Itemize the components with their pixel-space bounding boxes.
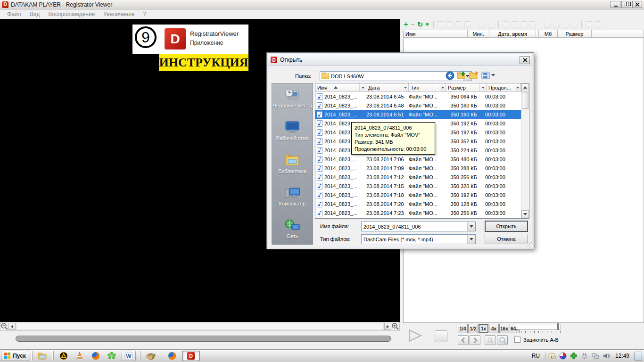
file-row[interactable]: 2014_0823_... 23.08.2014 7:23 Файл "МО..… (315, 208, 521, 217)
sidebar-item-network[interactable]: Сеть (272, 219, 313, 239)
paint-icon[interactable] (146, 351, 156, 361)
speed-button[interactable]: 4x (489, 324, 499, 333)
step-forward-button[interactable] (470, 335, 480, 345)
cancel-button[interactable]: Отмена (485, 234, 528, 244)
speed-button[interactable]: 1/4 (458, 324, 468, 333)
column-header-date[interactable]: Дата (366, 83, 402, 92)
resize-grip[interactable] (527, 242, 533, 248)
explorer-icon[interactable] (37, 351, 48, 361)
sidebar-item-libraries[interactable]: Библиотеки (272, 154, 313, 174)
restore-button[interactable] (621, 1, 631, 8)
column-size[interactable]: Размер (558, 30, 592, 38)
open-button[interactable]: Открыть (485, 221, 528, 232)
menu-file[interactable]: Файл (3, 10, 25, 18)
start-button[interactable]: Пуск (1, 351, 29, 361)
firefox-icon[interactable] (167, 351, 177, 361)
scroll-track[interactable] (16, 323, 384, 330)
views-button[interactable] (481, 71, 490, 80)
file-row[interactable]: 2014_0823_... 23.08.2014 7:06 Файл "МО..… (315, 155, 521, 164)
menu-playback[interactable]: Воспроизведение (44, 10, 99, 18)
column-header-duration[interactable]: Продол... (487, 83, 514, 92)
clover-tray-icon[interactable] (570, 352, 578, 360)
file-row[interactable]: 2014_0823_... 23.08.2014 7:09 Файл "МО..… (315, 164, 521, 173)
scroll-down-button[interactable] (521, 210, 529, 218)
dialog-title: Открыть (280, 57, 520, 63)
column-datetime[interactable]: Дата, время (489, 30, 536, 38)
power-tray-icon[interactable] (581, 352, 589, 360)
position-slider[interactable] (516, 324, 561, 329)
vlc-icon[interactable] (74, 351, 85, 361)
file-name-combobox[interactable]: 2014_0823_074811_006 (361, 222, 476, 231)
word-taskbar-button[interactable]: W (122, 351, 136, 361)
zoom-in-button[interactable] (497, 335, 508, 345)
back-button[interactable] (445, 71, 454, 80)
menu-help[interactable]: ? (139, 10, 150, 18)
timeline-seekbar[interactable] (16, 336, 391, 342)
file-type-combobox[interactable]: DashCam Files (*.mov, *.mp4) (361, 234, 476, 244)
close-button[interactable] (632, 1, 642, 8)
scrollbar-thumb[interactable] (522, 92, 528, 109)
column-filter-button[interactable] (360, 83, 366, 92)
file-row[interactable]: 2014_0823_... 23.08.2014 6:51 Файл "МО..… (315, 110, 521, 119)
loop-ab-checkbox[interactable] (514, 337, 520, 343)
sidebar-item-desktop[interactable]: Рабочий стол (272, 121, 313, 141)
language-indicator[interactable]: RU (529, 352, 542, 360)
column-min[interactable]: Мин. (468, 30, 489, 38)
zoom-out-button[interactable] (485, 335, 495, 345)
scroll-up-button[interactable] (521, 83, 529, 91)
column-header-name[interactable]: Имя (315, 83, 360, 92)
column-header-type[interactable]: Тип (409, 83, 439, 92)
column-filter-button[interactable] (439, 83, 446, 92)
file-row[interactable]: 2014_0823_... 23.08.2014 7:20 Файл "МО..… (315, 199, 521, 208)
up-one-level-button[interactable] (457, 71, 466, 80)
menu-zoom[interactable]: Увеличение (99, 10, 139, 18)
step-back-button[interactable] (458, 335, 469, 345)
minimize-button[interactable] (611, 1, 620, 8)
slider-thumb[interactable] (557, 323, 559, 330)
column-mb[interactable]: Мб (539, 30, 558, 38)
firefox-icon[interactable] (91, 351, 101, 361)
volume-tray-icon[interactable] (603, 352, 611, 360)
column-name[interactable]: Имя (403, 30, 468, 38)
file-name-dropdown-button[interactable] (467, 222, 475, 231)
network-tray-icon[interactable] (592, 352, 600, 360)
clock[interactable]: 12:49 (615, 353, 629, 359)
file-row[interactable]: 2014_0823_... 23.08.2014 7:12 Файл "МО..… (315, 173, 521, 181)
speed-button[interactable]: 16x (499, 324, 509, 333)
file-row[interactable]: 2014_0823_... 23.08.2014 7:18 Файл "МО..… (315, 190, 521, 199)
file-type-dropdown-button[interactable] (467, 235, 475, 244)
dialog-title-bar[interactable]: D Открыть (268, 54, 532, 66)
column-filter-button[interactable] (402, 83, 409, 92)
dialog-close-button[interactable] (520, 56, 530, 64)
sidebar-item-computer[interactable]: Компьютер (272, 186, 313, 207)
speed-button[interactable]: 1/2 (468, 324, 478, 333)
info-tray-icon[interactable]: i (548, 352, 556, 360)
zoom-in-icon[interactable] (391, 322, 399, 330)
scroll-left-button[interactable] (8, 323, 16, 330)
stop-button[interactable] (435, 330, 447, 342)
scrollbar-track[interactable] (521, 109, 529, 210)
icq-icon[interactable] (107, 351, 117, 361)
views-dropdown-arrow[interactable] (491, 74, 495, 76)
remove-icon[interactable]: − (411, 20, 415, 28)
scroll-right-button[interactable] (384, 323, 391, 330)
datakam-taskbar-button[interactable]: D (182, 351, 200, 361)
zoom-out-icon[interactable] (0, 322, 8, 330)
play-button[interactable] (407, 329, 423, 343)
app-a-icon[interactable] (58, 351, 69, 361)
sidebar-item-recent[interactable]: Недавние места (272, 87, 313, 109)
speed-button[interactable]: 1x (479, 324, 488, 333)
column-filter-button[interactable] (514, 83, 521, 92)
file-row[interactable]: 2014_0823_... 23.08.2014 7:15 Файл "МО..… (315, 181, 521, 190)
file-row[interactable]: 2014_0823_... 23.08.2014 6:45 Файл "МО..… (315, 92, 521, 101)
menu-view[interactable]: Вид (25, 10, 44, 18)
new-folder-button[interactable] (469, 71, 479, 80)
refresh-icon[interactable]: ↻ (417, 20, 423, 29)
step-number: 9 (135, 26, 157, 48)
file-row[interactable]: 2014_0823_... 23.08.2014 6:48 Файл "МО..… (315, 101, 521, 110)
show-desktop-button[interactable] (634, 352, 642, 361)
column-header-size[interactable]: Размер (446, 83, 480, 92)
add-icon[interactable]: + (404, 21, 408, 28)
antivirus-tray-icon[interactable] (559, 352, 567, 360)
column-filter-button[interactable] (480, 83, 487, 92)
